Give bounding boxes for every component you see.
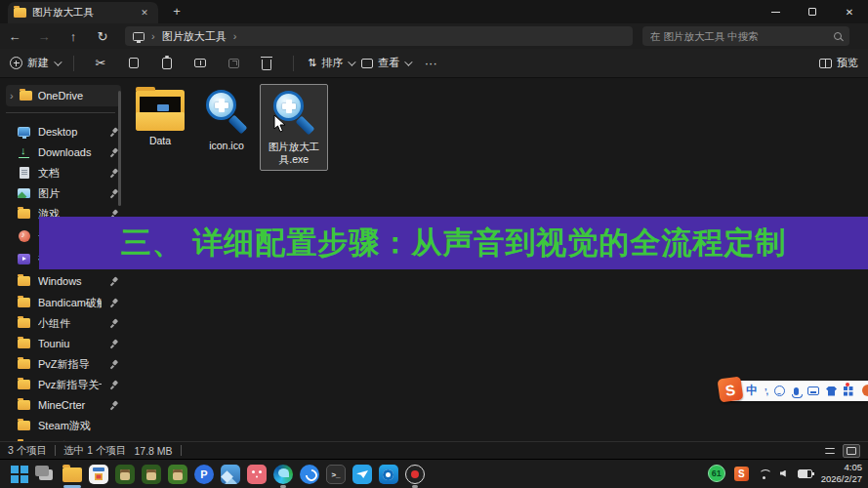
trash-icon (262, 60, 271, 70)
delete-button[interactable] (254, 53, 279, 74)
sidebar-item-downloads[interactable]: Downloads (10, 142, 119, 162)
app-icon (89, 465, 108, 484)
video-icon (18, 254, 30, 264)
forward-button[interactable]: → (29, 29, 59, 44)
sidebar-item-desktop[interactable]: Desktop (10, 122, 119, 142)
taskbar-pvz-app-3[interactable] (166, 463, 189, 486)
taskbar-p-app[interactable]: P (192, 463, 216, 486)
taskbar-pvz-app-2[interactable] (140, 463, 163, 486)
battery-icon[interactable] (798, 469, 812, 478)
minimize-button[interactable] (757, 0, 794, 23)
download-icon (18, 146, 30, 158)
file-item-exe-selected[interactable]: 图片放大工具.exe (260, 84, 328, 171)
battery-percent-badge[interactable]: 61 (708, 465, 725, 482)
folder-icon (20, 91, 32, 101)
title-banner: 三、 详细配置步骤：从声音到视觉的全流程定制 (39, 217, 868, 269)
record-icon (405, 465, 425, 484)
taskbar-bird-app[interactable] (351, 463, 374, 486)
explorer-tab[interactable]: 图片放大工具 ✕ (8, 2, 158, 23)
folder-icon (18, 421, 30, 430)
more-options-button[interactable]: ··· (418, 53, 443, 74)
ime-chinese-mode[interactable]: 中 (746, 383, 758, 399)
microphone-icon[interactable] (794, 387, 799, 395)
breadcrumb[interactable]: 图片放大工具 (162, 29, 227, 44)
taskbar-quark-browser[interactable] (298, 463, 321, 486)
search-icon (834, 32, 842, 40)
sidebar-item-steam-games[interactable]: Steam游戏 (10, 416, 119, 435)
pin-icon (109, 188, 119, 198)
cut-button[interactable]: ✂ (88, 53, 113, 74)
taskbar-recorder[interactable] (403, 463, 427, 486)
wifi-icon[interactable] (758, 468, 771, 479)
sogou-tray-icon[interactable]: S (734, 467, 749, 481)
file-item-data[interactable]: Data (129, 87, 191, 147)
status-divider (55, 445, 56, 456)
task-view-button[interactable] (34, 463, 58, 486)
new-tab-button[interactable]: + (168, 4, 186, 19)
file-item-icon-ico[interactable]: icon.ico (195, 89, 258, 152)
copy-button[interactable] (121, 53, 146, 74)
skin-icon[interactable] (826, 386, 837, 396)
maximize-button[interactable] (794, 0, 831, 23)
file-name: icon.ico (209, 140, 244, 152)
sidebar-item-widgets[interactable]: 小组件 (10, 313, 119, 333)
ime-menu-icon[interactable] (844, 386, 852, 395)
view-button[interactable]: 查看 (361, 56, 410, 70)
share-icon (228, 59, 239, 68)
address-bar[interactable]: › 图片放大工具 › (125, 26, 633, 46)
ime-toolbar[interactable]: S 中 ’, (723, 381, 868, 401)
sidebar-item-onedrive[interactable]: › OneDrive (6, 85, 121, 106)
windows-logo-icon (11, 466, 28, 483)
sogou-logo-icon[interactable]: S (717, 376, 743, 402)
taskbar-pvz-app-1[interactable] (113, 463, 137, 486)
sort-button[interactable]: ⇅ 排序 (308, 56, 353, 70)
pin-icon (109, 298, 119, 307)
details-view-toggle[interactable] (821, 444, 839, 458)
taskbar-outlook[interactable] (377, 463, 400, 486)
search-input[interactable] (650, 30, 834, 42)
status-bar: 3 个项目 选中 1 个项目 17.8 MB (0, 441, 868, 459)
edge-icon (273, 465, 293, 484)
address-row: ← → ↑ ↻ › 图片放大工具 › (0, 23, 868, 49)
refresh-button[interactable]: ↻ (88, 29, 117, 44)
preview-toggle[interactable]: 预览 (819, 56, 858, 70)
folder-icon (18, 359, 30, 369)
start-button[interactable] (8, 463, 31, 486)
share-button[interactable] (221, 53, 246, 74)
taskbar-pink-app[interactable] (245, 463, 269, 486)
back-button[interactable]: ← (0, 29, 29, 44)
taskbar-terminal[interactable]: >_ (324, 463, 348, 486)
keyboard-icon[interactable] (807, 386, 819, 395)
taskbar-app-store[interactable] (87, 463, 110, 486)
close-button[interactable]: ✕ (831, 0, 868, 23)
sidebar-item-documents[interactable]: 文档 (10, 163, 119, 183)
ime-extra-icon[interactable] (862, 385, 868, 396)
volume-icon[interactable] (780, 470, 786, 477)
rename-button[interactable] (187, 53, 213, 74)
folder-icon (18, 209, 30, 219)
up-button[interactable]: ↑ (59, 29, 88, 44)
clock[interactable]: 4:05 2026/2/27 (821, 462, 862, 486)
pin-icon (109, 400, 119, 410)
sidebar-item-bandicam[interactable]: Bandicam破解版 (10, 293, 119, 312)
sidebar-item-windows[interactable]: Windows (10, 271, 119, 291)
sidebar-item-minecrter[interactable]: MineCrter (10, 395, 119, 415)
sidebar-item-pvz-levels[interactable]: Pvz新指导关卡修 (10, 375, 119, 394)
emoji-icon[interactable] (774, 386, 785, 396)
sidebar-item-label: Windows (38, 275, 102, 287)
titlebar: 图片放大工具 ✕ + ✕ (0, 0, 868, 23)
ime-punctuation-icon[interactable]: ’, (765, 386, 767, 396)
sidebar-item-pictures[interactable]: 图片 (10, 183, 119, 203)
breadcrumb-chevron-icon: › (233, 30, 237, 42)
large-icons-view-toggle[interactable] (843, 444, 860, 458)
tab-close-icon[interactable]: ✕ (137, 5, 152, 20)
taskbar-edge-browser[interactable] (271, 463, 295, 486)
taskbar-file-explorer[interactable] (61, 463, 84, 486)
expand-chevron-icon[interactable]: › (10, 90, 14, 102)
sidebar-item-pvz-guide[interactable]: PvZ新指导 (10, 354, 119, 374)
new-button[interactable]: 新建 (10, 56, 60, 70)
sidebar-item-touniu[interactable]: Touniu (10, 334, 119, 353)
search-box[interactable] (642, 26, 849, 46)
paste-button[interactable] (154, 53, 180, 74)
taskbar-photos-app[interactable] (219, 463, 242, 486)
